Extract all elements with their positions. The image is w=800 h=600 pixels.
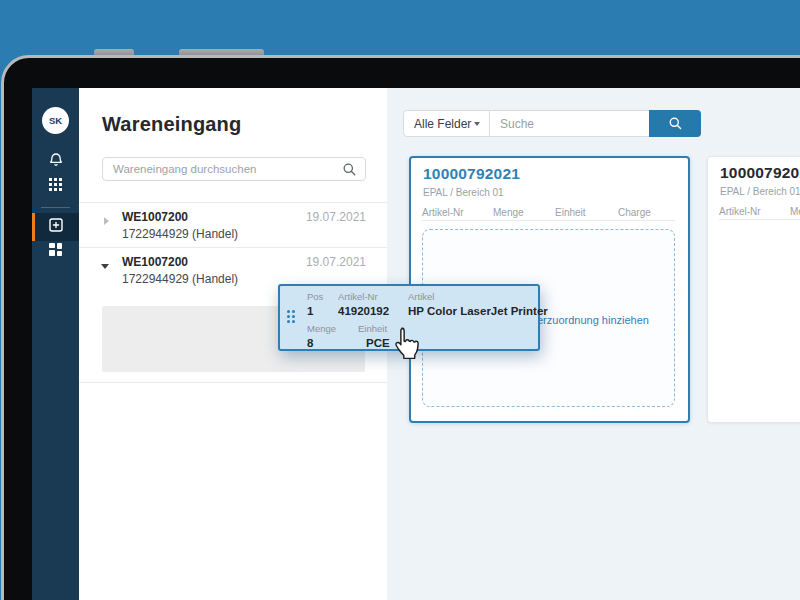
storage-unit-location: EPAL / Bereich 01 [720, 186, 800, 197]
list-search [102, 157, 366, 181]
screen: SK [32, 88, 800, 600]
panel-search-input[interactable] [490, 111, 649, 136]
storage-unit-id: 10000792021 [423, 165, 520, 183]
sidebar-divider [41, 207, 70, 208]
sidebar-item-dashboard[interactable] [32, 238, 79, 265]
sidebar-item-notifications[interactable] [32, 148, 79, 175]
field-filter-dropdown[interactable]: Alle Felder [403, 110, 490, 137]
receipt-date: 19.07.2021 [306, 255, 366, 269]
search-button[interactable] [649, 110, 701, 137]
sidebar-item-goods-receipt-active[interactable] [32, 213, 79, 241]
field-label: Artikel [408, 291, 548, 302]
receipt-id: WE1007200 [122, 210, 188, 224]
dropzone-hint: erzuordnung hinziehen [537, 314, 649, 326]
search-icon [342, 162, 357, 177]
sidebar-item-apps[interactable] [32, 173, 79, 200]
field-label: Pos [307, 291, 338, 302]
chevron-down-icon [474, 122, 480, 126]
receipt-date: 19.07.2021 [306, 210, 366, 224]
field-value: 1 [307, 305, 338, 317]
column-header: Charge [618, 207, 651, 218]
receipt-ref: 1722944929 (Handel) [122, 272, 238, 286]
field-value: 8 [307, 337, 358, 349]
field-label: Menge [307, 323, 358, 334]
search-icon [668, 116, 683, 131]
field-filter-value: Alle Felder [414, 117, 471, 131]
field-label: Einheit [358, 323, 390, 334]
divider [719, 219, 800, 220]
list-item-we1007200-collapsed[interactable]: WE1007200 19.07.2021 1722944929 (Handel) [79, 202, 387, 247]
hand-pointer-cursor [392, 326, 420, 366]
field-value: HP Color LaserJet Printer [408, 305, 548, 317]
column-header: Menge [790, 206, 800, 217]
apps-grid-icon [48, 177, 63, 196]
avatar[interactable]: SK [42, 107, 69, 134]
panel-search [489, 110, 650, 137]
drag-handle-icon[interactable] [287, 310, 295, 323]
list-search-input[interactable] [103, 158, 365, 180]
column-header: Artikel-Nr [422, 207, 464, 218]
column-header: Menge [493, 207, 524, 218]
chevron-down-icon[interactable] [101, 264, 109, 269]
bell-icon [48, 152, 64, 172]
receipt-ref: 1722944929 (Handel) [122, 227, 238, 241]
storage-unit-card-10000792029[interactable]: 10000792029 EPAL / Bereich 01 Artikel-Nr… [707, 156, 800, 423]
sidebar: SK [32, 88, 79, 600]
add-square-icon [48, 217, 64, 237]
column-header: Artikel-Nr [719, 206, 761, 217]
storage-unit-location: EPAL / Bereich 01 [423, 187, 504, 198]
receipt-id: WE1007200 [122, 255, 188, 269]
tablet-frame: SK [1, 55, 800, 600]
storage-unit-id: 10000792029 [720, 164, 800, 182]
field-label: Artikel-Nr [338, 291, 408, 302]
column-header: Einheit [555, 207, 586, 218]
divider [79, 382, 387, 383]
dashboard-icon [48, 242, 63, 261]
chevron-right-icon[interactable] [104, 217, 109, 225]
page-title: Wareneingang [102, 113, 241, 136]
divider [422, 220, 675, 221]
field-value: PCE [358, 337, 390, 349]
field-value: 41920192 [338, 305, 408, 317]
active-indicator-bar [32, 213, 35, 241]
